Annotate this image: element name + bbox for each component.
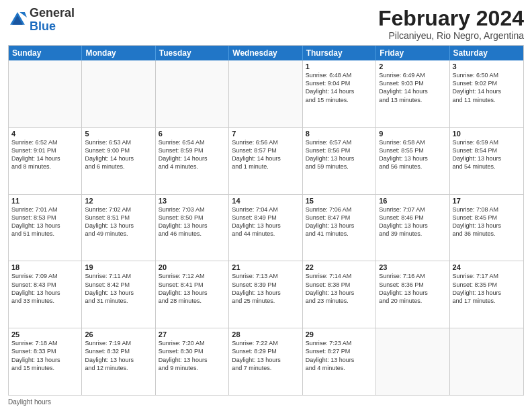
calendar-cell: 27Sunrise: 7:20 AM Sunset: 8:30 PM Dayli… xyxy=(156,328,229,395)
calendar-cell: 9Sunrise: 6:58 AM Sunset: 8:55 PM Daylig… xyxy=(376,128,449,194)
cell-info: Sunrise: 6:59 AM Sunset: 8:54 PM Dayligh… xyxy=(453,138,521,171)
location-title: Pilcaniyeu, Rio Negro, Argentina xyxy=(378,30,524,41)
logo-blue: Blue xyxy=(30,19,56,33)
calendar-header-cell: Tuesday xyxy=(156,46,229,60)
calendar-cell xyxy=(376,328,449,395)
day-number: 28 xyxy=(232,330,299,338)
cell-info: Sunrise: 6:49 AM Sunset: 9:03 PM Dayligh… xyxy=(379,71,446,104)
calendar-cell: 24Sunrise: 7:17 AM Sunset: 8:35 PM Dayli… xyxy=(450,261,523,328)
cell-info: Sunrise: 7:23 AM Sunset: 8:27 PM Dayligh… xyxy=(306,339,373,372)
calendar-body: 1Sunrise: 6:48 AM Sunset: 9:04 PM Daylig… xyxy=(9,60,523,395)
cell-info: Sunrise: 7:06 AM Sunset: 8:47 PM Dayligh… xyxy=(306,205,373,238)
cell-info: Sunrise: 7:16 AM Sunset: 8:36 PM Dayligh… xyxy=(379,272,446,305)
calendar-cell: 13Sunrise: 7:03 AM Sunset: 8:50 PM Dayli… xyxy=(156,195,229,261)
cell-info: Sunrise: 6:54 AM Sunset: 8:59 PM Dayligh… xyxy=(159,138,226,171)
cell-info: Sunrise: 6:52 AM Sunset: 9:01 PM Dayligh… xyxy=(11,138,79,171)
day-number: 9 xyxy=(379,130,446,138)
cell-info: Sunrise: 7:17 AM Sunset: 8:35 PM Dayligh… xyxy=(453,272,521,305)
calendar-cell: 5Sunrise: 6:53 AM Sunset: 9:00 PM Daylig… xyxy=(82,128,155,194)
cell-info: Sunrise: 7:01 AM Sunset: 8:53 PM Dayligh… xyxy=(11,205,79,238)
page: General Blue February 2024 Pilcaniyeu, R… xyxy=(0,0,532,411)
day-number: 13 xyxy=(159,197,226,205)
calendar-cell: 7Sunrise: 6:56 AM Sunset: 8:57 PM Daylig… xyxy=(229,128,302,194)
day-number: 11 xyxy=(11,197,79,205)
cell-info: Sunrise: 6:50 AM Sunset: 9:02 PM Dayligh… xyxy=(453,71,521,104)
footer: Daylight hours xyxy=(8,398,524,406)
cell-info: Sunrise: 7:18 AM Sunset: 8:33 PM Dayligh… xyxy=(11,339,79,372)
day-number: 10 xyxy=(453,130,521,138)
calendar: SundayMondayTuesdayWednesdayThursdayFrid… xyxy=(8,45,524,396)
logo-icon xyxy=(8,10,27,29)
calendar-cell: 3Sunrise: 6:50 AM Sunset: 9:02 PM Daylig… xyxy=(450,60,523,127)
day-number: 26 xyxy=(85,330,152,338)
calendar-cell: 26Sunrise: 7:19 AM Sunset: 8:32 PM Dayli… xyxy=(82,328,155,395)
logo-text: General Blue xyxy=(30,7,75,34)
cell-info: Sunrise: 7:04 AM Sunset: 8:49 PM Dayligh… xyxy=(232,205,299,238)
calendar-cell: 1Sunrise: 6:48 AM Sunset: 9:04 PM Daylig… xyxy=(303,60,376,127)
day-number: 23 xyxy=(379,263,446,271)
day-number: 5 xyxy=(85,130,152,138)
day-number: 25 xyxy=(11,330,79,338)
calendar-cell xyxy=(450,328,523,395)
calendar-cell: 18Sunrise: 7:09 AM Sunset: 8:43 PM Dayli… xyxy=(9,261,82,328)
cell-info: Sunrise: 7:08 AM Sunset: 8:45 PM Dayligh… xyxy=(453,205,521,238)
month-title: February 2024 xyxy=(378,7,524,30)
day-number: 21 xyxy=(232,263,299,271)
day-number: 12 xyxy=(85,197,152,205)
day-number: 18 xyxy=(11,263,79,271)
cell-info: Sunrise: 6:48 AM Sunset: 9:04 PM Dayligh… xyxy=(306,71,373,104)
day-number: 4 xyxy=(11,130,79,138)
calendar-cell: 11Sunrise: 7:01 AM Sunset: 8:53 PM Dayli… xyxy=(9,195,82,261)
day-number: 19 xyxy=(85,263,152,271)
calendar-cell: 23Sunrise: 7:16 AM Sunset: 8:36 PM Dayli… xyxy=(376,261,449,328)
calendar-row: 1Sunrise: 6:48 AM Sunset: 9:04 PM Daylig… xyxy=(9,60,523,127)
calendar-row: 25Sunrise: 7:18 AM Sunset: 8:33 PM Dayli… xyxy=(9,328,523,395)
calendar-cell: 8Sunrise: 6:57 AM Sunset: 8:56 PM Daylig… xyxy=(303,128,376,194)
calendar-cell xyxy=(156,60,229,127)
calendar-cell: 25Sunrise: 7:18 AM Sunset: 8:33 PM Dayli… xyxy=(9,328,82,395)
day-number: 2 xyxy=(379,62,446,71)
calendar-cell: 10Sunrise: 6:59 AM Sunset: 8:54 PM Dayli… xyxy=(450,128,523,194)
calendar-cell: 6Sunrise: 6:54 AM Sunset: 8:59 PM Daylig… xyxy=(156,128,229,194)
cell-info: Sunrise: 7:11 AM Sunset: 8:42 PM Dayligh… xyxy=(85,272,152,305)
calendar-header-cell: Sunday xyxy=(9,46,82,60)
header: General Blue February 2024 Pilcaniyeu, R… xyxy=(8,7,524,41)
cell-info: Sunrise: 6:58 AM Sunset: 8:55 PM Dayligh… xyxy=(379,138,446,171)
calendar-header-cell: Friday xyxy=(376,46,449,60)
cell-info: Sunrise: 7:13 AM Sunset: 8:39 PM Dayligh… xyxy=(232,272,299,305)
cell-info: Sunrise: 7:02 AM Sunset: 8:51 PM Dayligh… xyxy=(85,205,152,238)
calendar-row: 4Sunrise: 6:52 AM Sunset: 9:01 PM Daylig… xyxy=(9,127,523,194)
calendar-cell: 21Sunrise: 7:13 AM Sunset: 8:39 PM Dayli… xyxy=(229,261,302,328)
logo-area: General Blue xyxy=(8,7,75,34)
day-number: 14 xyxy=(232,197,299,205)
day-number: 6 xyxy=(159,130,226,138)
cell-info: Sunrise: 6:53 AM Sunset: 9:00 PM Dayligh… xyxy=(85,138,152,171)
day-number: 17 xyxy=(453,197,521,205)
cell-info: Sunrise: 6:57 AM Sunset: 8:56 PM Dayligh… xyxy=(306,138,373,171)
day-number: 22 xyxy=(306,263,373,271)
footer-label: Daylight hours xyxy=(8,398,51,406)
day-number: 1 xyxy=(306,62,373,71)
calendar-cell: 29Sunrise: 7:23 AM Sunset: 8:27 PM Dayli… xyxy=(303,328,376,395)
calendar-cell: 22Sunrise: 7:14 AM Sunset: 8:38 PM Dayli… xyxy=(303,261,376,328)
day-number: 29 xyxy=(306,330,373,338)
cell-info: Sunrise: 7:14 AM Sunset: 8:38 PM Dayligh… xyxy=(306,272,373,305)
logo-general: General xyxy=(30,6,75,19)
cell-info: Sunrise: 7:20 AM Sunset: 8:30 PM Dayligh… xyxy=(159,339,226,372)
calendar-cell: 16Sunrise: 7:07 AM Sunset: 8:46 PM Dayli… xyxy=(376,195,449,261)
cell-info: Sunrise: 7:12 AM Sunset: 8:41 PM Dayligh… xyxy=(159,272,226,305)
calendar-row: 18Sunrise: 7:09 AM Sunset: 8:43 PM Dayli… xyxy=(9,261,523,328)
calendar-header-cell: Thursday xyxy=(303,46,376,60)
day-number: 15 xyxy=(306,197,373,205)
cell-info: Sunrise: 6:56 AM Sunset: 8:57 PM Dayligh… xyxy=(232,138,299,171)
cell-info: Sunrise: 7:09 AM Sunset: 8:43 PM Dayligh… xyxy=(11,272,79,305)
calendar-cell xyxy=(229,60,302,127)
svg-marker-2 xyxy=(19,12,27,17)
calendar-header-cell: Wednesday xyxy=(229,46,302,60)
calendar-cell: 15Sunrise: 7:06 AM Sunset: 8:47 PM Dayli… xyxy=(303,195,376,261)
calendar-row: 11Sunrise: 7:01 AM Sunset: 8:53 PM Dayli… xyxy=(9,194,523,261)
calendar-cell: 19Sunrise: 7:11 AM Sunset: 8:42 PM Dayli… xyxy=(82,261,155,328)
day-number: 16 xyxy=(379,197,446,205)
calendar-header-row: SundayMondayTuesdayWednesdayThursdayFrid… xyxy=(9,46,523,60)
cell-info: Sunrise: 7:22 AM Sunset: 8:29 PM Dayligh… xyxy=(232,339,299,372)
